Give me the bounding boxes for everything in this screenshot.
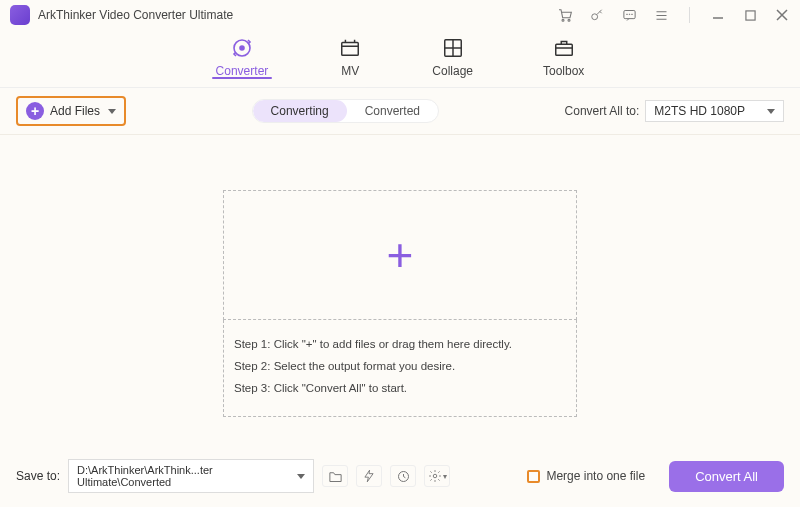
save-path-value: D:\ArkThinker\ArkThink...ter Ultimate\Co… (77, 464, 295, 488)
converter-icon (230, 36, 254, 60)
titlebar-actions (557, 7, 790, 23)
tab-mv[interactable]: MV (338, 36, 362, 78)
add-plus-icon: + (387, 228, 414, 282)
convert-all-to: Convert All to: M2TS HD 1080P (565, 100, 784, 122)
plus-icon: + (26, 102, 44, 120)
feedback-icon[interactable] (621, 7, 637, 23)
svg-point-9 (240, 46, 244, 50)
svg-point-5 (629, 13, 630, 14)
toolbar: + Add Files Converting Converted Convert… (0, 88, 800, 135)
settings-button[interactable]: ▾ (424, 465, 450, 487)
drop-area[interactable]: + (223, 190, 577, 320)
cart-icon[interactable] (557, 7, 573, 23)
tab-converter[interactable]: Converter (216, 36, 269, 78)
collage-icon (442, 36, 464, 60)
add-files-button[interactable]: + Add Files (20, 100, 122, 122)
instructions: Step 1: Click "+" to add files or drag t… (223, 320, 577, 417)
titlebar: ArkThinker Video Converter Ultimate (0, 0, 800, 30)
svg-point-1 (568, 19, 570, 21)
save-to-label: Save to: (16, 469, 60, 483)
svg-point-4 (626, 13, 627, 14)
svg-rect-12 (555, 44, 572, 55)
open-folder-button[interactable] (322, 465, 348, 487)
minimize-icon[interactable] (710, 7, 726, 23)
high-speed-button[interactable] (390, 465, 416, 487)
seg-converting[interactable]: Converting (253, 100, 347, 122)
step-2: Step 2: Select the output format you des… (234, 356, 566, 378)
mv-icon (338, 36, 362, 60)
merge-checkbox[interactable]: Merge into one file (527, 469, 645, 483)
tab-label: Collage (432, 64, 473, 78)
footer: Save to: D:\ArkThinker\ArkThink...ter Ul… (0, 447, 800, 507)
tab-underline (0, 87, 800, 88)
maximize-icon[interactable] (742, 7, 758, 23)
menu-icon[interactable] (653, 7, 669, 23)
add-files-highlight: + Add Files (16, 96, 126, 126)
status-segmented: Converting Converted (252, 99, 439, 123)
add-files-label: Add Files (50, 104, 100, 118)
tab-label: Converter (216, 64, 269, 78)
merge-label: Merge into one file (546, 469, 645, 483)
step-1: Step 1: Click "+" to add files or drag t… (234, 334, 566, 356)
close-icon[interactable] (774, 7, 790, 23)
tab-collage[interactable]: Collage (432, 36, 473, 78)
chevron-down-icon (297, 474, 305, 479)
svg-point-2 (592, 14, 598, 20)
hw-accel-button[interactable] (356, 465, 382, 487)
convert-all-button[interactable]: Convert All (669, 461, 784, 492)
svg-rect-7 (745, 10, 754, 19)
format-select[interactable]: M2TS HD 1080P (645, 100, 784, 122)
step-3: Step 3: Click "Convert All" to start. (234, 378, 566, 400)
separator (689, 7, 690, 23)
svg-rect-10 (342, 43, 359, 56)
tab-label: Toolbox (543, 64, 584, 78)
tab-label: MV (341, 64, 359, 78)
dropzone: + Step 1: Click "+" to add files or drag… (223, 190, 577, 417)
convert-all-label: Convert All to: (565, 104, 640, 118)
checkbox-icon (527, 470, 540, 483)
chevron-down-icon (108, 109, 116, 114)
toolbox-icon (553, 36, 575, 60)
format-selected: M2TS HD 1080P (654, 104, 745, 118)
tab-toolbox[interactable]: Toolbox (543, 36, 584, 78)
svg-point-14 (433, 474, 437, 478)
chevron-down-icon (767, 109, 775, 114)
main-tabs: Converter MV Collage Toolbox (0, 30, 800, 88)
app-title: ArkThinker Video Converter Ultimate (38, 8, 557, 22)
seg-converted[interactable]: Converted (347, 100, 438, 122)
app-logo (10, 5, 30, 25)
save-path-select[interactable]: D:\ArkThinker\ArkThink...ter Ultimate\Co… (68, 459, 314, 493)
svg-point-6 (631, 13, 632, 14)
svg-point-0 (562, 19, 564, 21)
key-icon[interactable] (589, 7, 605, 23)
